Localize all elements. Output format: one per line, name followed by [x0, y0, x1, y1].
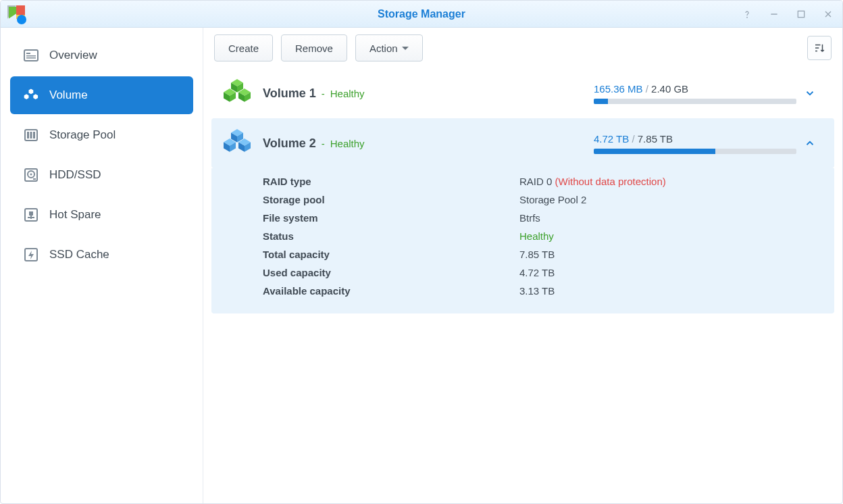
sidebar-item-ssd-cache[interactable]: SSD Cache [10, 236, 193, 274]
collapse-toggle[interactable] [796, 137, 823, 149]
detail-label: Total capacity [263, 249, 519, 260]
detail-label: RAID type [263, 176, 519, 187]
hdd-icon [21, 167, 41, 183]
close-icon[interactable] [821, 7, 836, 22]
detail-label: Available capacity [263, 285, 519, 297]
svg-rect-6 [26, 53, 30, 54]
volume-name: Volume 2 [263, 136, 316, 151]
sidebar-item-label: SSD Cache [49, 248, 109, 261]
volume-cubes-icon [222, 78, 253, 109]
detail-value: Storage Pool 2 [519, 194, 586, 205]
svg-rect-18 [29, 211, 33, 216]
detail-value: Healthy [519, 230, 554, 242]
hot-spare-icon [21, 207, 41, 223]
volume-usage-text: 165.36 MB / 2.40 GB [594, 83, 796, 95]
sidebar-item-overview[interactable]: Overview [10, 36, 193, 74]
detail-label: Used capacity [263, 267, 519, 278]
volume-row[interactable]: Volume 2 - Healthy 4.72 TB / 7.85 TB [211, 118, 834, 168]
expand-toggle[interactable] [796, 87, 823, 99]
app-icon [7, 5, 25, 23]
volume-usage-bar [594, 99, 796, 104]
toolbar: Create Remove Action [203, 28, 842, 68]
detail-label: Status [263, 230, 519, 242]
detail-value: Btrfs [519, 212, 540, 224]
svg-rect-16 [33, 178, 36, 180]
detail-label: File system [263, 212, 519, 224]
volume-cubes-icon [222, 128, 253, 159]
titlebar: Storage Manager [1, 1, 842, 28]
volume-usage-text: 4.72 TB / 7.85 TB [594, 133, 796, 145]
sidebar-item-label: Overview [49, 49, 97, 62]
volume-icon [21, 87, 41, 103]
sidebar-item-label: Storage Pool [49, 128, 116, 142]
remove-button[interactable]: Remove [281, 34, 347, 61]
caret-down-icon [402, 47, 409, 50]
svg-rect-20 [28, 217, 34, 218]
sidebar-item-label: HDD/SSD [49, 168, 101, 182]
svg-rect-11 [30, 132, 32, 138]
volume-status: Healthy [330, 138, 365, 149]
sidebar-item-label: Volume [49, 89, 88, 102]
maximize-icon[interactable] [794, 7, 809, 22]
svg-rect-2 [798, 11, 804, 17]
minimize-icon[interactable] [767, 7, 782, 22]
sort-button[interactable] [807, 36, 832, 60]
overview-icon [21, 47, 41, 64]
volume-details: RAID type RAID 0 (Without data protectio… [211, 168, 834, 313]
sidebar-item-hdd-ssd[interactable]: HDD/SSD [10, 156, 193, 194]
detail-value: 3.13 TB [519, 285, 555, 297]
volume-row[interactable]: Volume 1 - Healthy 165.36 MB / 2.40 GB [211, 68, 834, 118]
sidebar-item-volume[interactable]: Volume [10, 76, 193, 114]
svg-rect-7 [26, 55, 36, 57]
sidebar-item-storage-pool[interactable]: Storage Pool [10, 116, 193, 154]
svg-point-0 [747, 17, 748, 18]
storage-pool-icon [21, 127, 41, 143]
create-button[interactable]: Create [214, 34, 273, 61]
detail-value: 7.85 TB [519, 249, 555, 260]
svg-point-15 [30, 174, 32, 176]
action-button-label: Action [369, 43, 398, 54]
volume-usage-bar [594, 149, 796, 154]
detail-value: 4.72 TB [519, 267, 555, 278]
svg-rect-8 [26, 57, 36, 59]
detail-value: RAID 0 (Without data protection) [519, 176, 666, 187]
ssd-cache-icon [21, 247, 41, 263]
detail-label: Storage pool [263, 194, 519, 205]
svg-rect-12 [33, 132, 35, 138]
svg-rect-10 [27, 132, 29, 138]
help-icon[interactable] [740, 7, 755, 22]
window-title: Storage Manager [378, 8, 465, 20]
volume-status: Healthy [330, 88, 365, 99]
sidebar-item-label: Hot Spare [49, 208, 101, 222]
sidebar: Overview Volume Storage Pool HDD/SSD Hot… [1, 28, 203, 503]
volume-name: Volume 1 [263, 86, 316, 101]
sidebar-item-hot-spare[interactable]: Hot Spare [10, 196, 193, 234]
action-button[interactable]: Action [355, 34, 423, 61]
